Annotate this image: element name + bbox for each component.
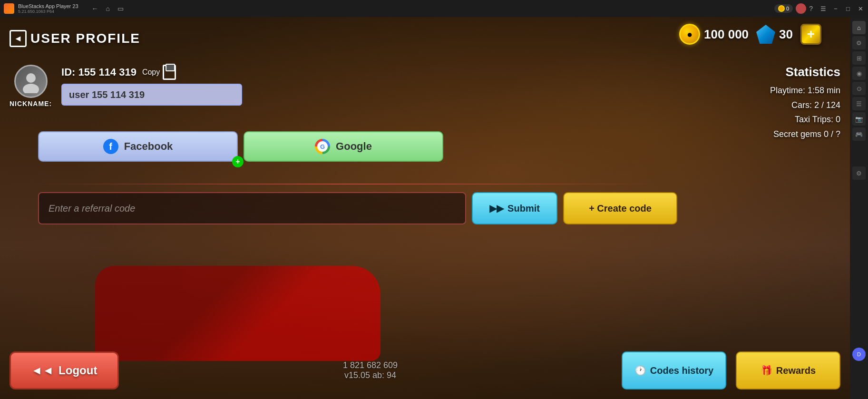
topbar-right: 0 ? ☰ − □ ✕ — [774, 3, 864, 14]
referral-section: ▶▶ Submit + Create code — [38, 192, 677, 224]
stat-gems: Secret gems 0 / ? — [770, 127, 840, 142]
version-info: 1 821 682 609 v15.05 ab: 94 — [128, 360, 612, 380]
sidebar-icon-6[interactable]: 📷 — [852, 112, 866, 126]
stat-cars: Cars: 2 / 124 — [770, 98, 840, 113]
stats-title: Statistics — [770, 65, 840, 79]
nickname-label: NICKNAME: — [10, 100, 52, 107]
version-line2: v15.05 ab: 94 — [128, 370, 612, 380]
sidebar-icon-5[interactable]: ☰ — [852, 97, 866, 110]
social-buttons: f Facebook + G Google — [38, 131, 443, 162]
submit-arrow-icon: ▶▶ — [489, 203, 504, 214]
add-currency-button[interactable]: + — [800, 24, 821, 45]
facebook-button[interactable]: f Facebook + — [38, 131, 238, 162]
back-button[interactable]: ◄ USER PROFILE — [10, 30, 140, 47]
bluestacks-logo — [4, 3, 14, 14]
discord-icon[interactable]: D — [852, 348, 866, 361]
separator — [38, 184, 660, 185]
topbar-coin-display: 0 — [774, 4, 793, 13]
avatar-svg — [19, 69, 43, 93]
nav-windows[interactable]: ▭ — [117, 5, 124, 12]
stat-playtime: Playtime: 1:58 min — [770, 83, 840, 98]
sidebar-home-icon[interactable]: ⌂ — [852, 21, 866, 34]
svg-point-1 — [23, 84, 39, 93]
game-ui: ◄ USER PROFILE ● 100 000 30 + Statistics… — [0, 17, 850, 399]
google-g-inner: G — [317, 141, 328, 152]
topbar-nav: ← ⌂ ▭ — [92, 5, 124, 12]
app-title: BlueStacks App Player 23 — [18, 3, 78, 9]
copy-label: Copy — [142, 68, 160, 77]
codes-history-button[interactable]: 🕐 Codes history — [622, 351, 726, 389]
nav-back[interactable]: ← — [92, 5, 98, 12]
coin-value: 100 000 — [704, 27, 749, 42]
logout-button[interactable]: ◄◄ Logout — [10, 351, 119, 389]
stat-taxi: Taxi Trips: 0 — [770, 112, 840, 127]
coin-icon: ● — [679, 24, 700, 45]
rewards-button[interactable]: 🎁 Rewards — [736, 351, 840, 389]
submit-button[interactable]: ▶▶ Submit — [472, 192, 557, 224]
bottom-section: ◄◄ Logout 1 821 682 609 v15.05 ab: 94 🕐 … — [0, 351, 850, 389]
copy-icon — [163, 65, 176, 80]
page-title: USER PROFILE — [30, 31, 140, 46]
game-area: ◄ USER PROFILE ● 100 000 30 + Statistics… — [0, 17, 850, 399]
facebook-logo-icon: f — [103, 139, 118, 154]
profile-section: NICKNAME: ID: 155 114 319 Copy — [10, 65, 242, 107]
codes-history-label: Codes history — [650, 365, 713, 376]
topbar-avatar — [796, 3, 806, 14]
create-code-label: + Create code — [589, 203, 652, 214]
rewards-label: Rewards — [776, 365, 816, 376]
version-line1: 1 821 682 609 — [128, 360, 612, 370]
topbar-coin-count: 0 — [786, 6, 789, 11]
menu-icon[interactable]: ☰ — [819, 5, 827, 12]
sidebar-settings-icon[interactable]: ⚙ — [852, 36, 866, 49]
avatar — [14, 65, 48, 98]
logout-label: Logout — [59, 364, 97, 377]
submit-label: Submit — [507, 203, 540, 214]
back-arrow-icon: ◄ — [10, 30, 27, 47]
sidebar-icon-4[interactable]: ⊙ — [852, 82, 866, 95]
sidebar-icon-3[interactable]: ◉ — [852, 67, 866, 80]
stats-panel: Statistics Playtime: 1:58 min Cars: 2 / … — [770, 65, 840, 141]
maximize-btn[interactable]: □ — [844, 5, 852, 12]
user-id-row: ID: 155 114 319 Copy — [61, 65, 242, 80]
logout-arrow-icon: ◄◄ — [31, 364, 54, 377]
close-btn[interactable]: ✕ — [857, 5, 864, 12]
google-logo-icon: G — [315, 139, 330, 154]
help-icon[interactable]: ? — [809, 5, 813, 12]
copy-button[interactable]: Copy — [142, 65, 176, 80]
history-icon: 🕐 — [634, 365, 646, 376]
coins-display: ● 100 000 — [679, 24, 749, 45]
referral-code-input[interactable] — [38, 192, 466, 224]
diamond-icon — [756, 25, 775, 44]
sidebar-icon-2[interactable]: ⊞ — [852, 51, 866, 65]
google-button[interactable]: G Google — [244, 131, 443, 162]
app-version: 5.21.650.1063 P64 — [18, 9, 78, 14]
currency-bar: ● 100 000 30 + — [679, 24, 821, 45]
nickname-input[interactable] — [61, 84, 242, 106]
sidebar-icon-7[interactable]: 🎮 — [852, 127, 866, 141]
topbar-coin-icon — [778, 5, 785, 12]
avatar-area: NICKNAME: — [10, 65, 52, 107]
add-icon: + — [232, 156, 244, 167]
nav-home[interactable]: ⌂ — [106, 5, 110, 12]
create-code-button[interactable]: + Create code — [563, 192, 677, 224]
profile-info: ID: 155 114 319 Copy — [61, 65, 242, 106]
user-id: ID: 155 114 319 — [61, 66, 137, 78]
bluestacks-sidebar: ⌂ ⚙ ⊞ ◉ ⊙ ☰ 📷 🎮 D ⚙ — [850, 17, 868, 399]
svg-point-0 — [26, 73, 36, 83]
bluestacks-topbar: BlueStacks App Player 23 5.21.650.1063 P… — [0, 0, 868, 17]
google-label: Google — [336, 140, 372, 153]
diamond-value: 30 — [779, 27, 793, 42]
rewards-icon: 🎁 — [761, 365, 772, 376]
minimize-btn[interactable]: − — [832, 5, 839, 12]
facebook-label: Facebook — [124, 140, 173, 153]
window-controls: ☰ − □ ✕ — [819, 5, 864, 12]
diamonds-display: 30 — [756, 25, 793, 44]
sidebar-bottom-icon[interactable]: ⚙ — [852, 166, 866, 180]
